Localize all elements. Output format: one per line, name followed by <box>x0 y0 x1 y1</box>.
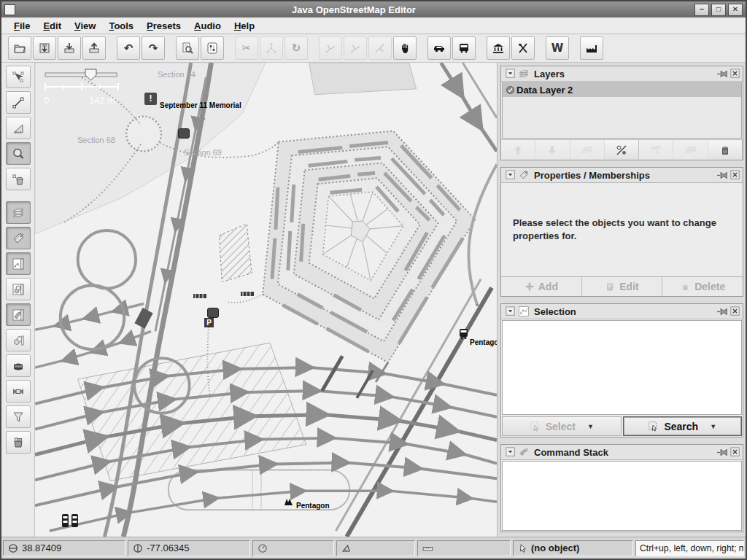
layers-panel-header: Layers <box>501 66 743 82</box>
restaurant-button[interactable] <box>511 36 535 60</box>
layer-row[interactable]: Data Layer 2 <box>503 83 741 97</box>
search-button[interactable] <box>176 36 199 60</box>
changesets-toggle-button[interactable] <box>6 431 31 454</box>
draw-mode-button[interactable] <box>6 91 31 114</box>
undo-button[interactable]: ↶ <box>117 36 140 60</box>
maximize-button[interactable]: □ <box>711 4 726 16</box>
open-button[interactable] <box>8 36 31 60</box>
upload-button[interactable] <box>82 36 106 60</box>
properties-buttons: Add Edit Delete <box>501 276 743 296</box>
conflicts-toggle-button[interactable] <box>6 380 31 402</box>
latitude-icon <box>7 542 19 554</box>
split-way-button[interactable]: ✂ <box>235 36 258 60</box>
zoom-mode-button[interactable] <box>6 142 31 165</box>
edit-icon <box>605 281 616 292</box>
command-stack-toggle-button[interactable] <box>6 303 31 326</box>
zoom-slider[interactable] <box>44 69 120 82</box>
save-button[interactable] <box>33 36 56 60</box>
delete-button[interactable]: Delete <box>662 277 743 296</box>
longitude-value: -77.06345 <box>147 542 190 553</box>
command-stack-panel-title: Command Stack <box>534 447 715 458</box>
unglue-b-button[interactable] <box>344 36 367 60</box>
layers-icon <box>518 68 530 79</box>
layer-opacity-button[interactable] <box>605 140 639 160</box>
castle-button[interactable]: W <box>546 36 569 60</box>
layer-move-up-button[interactable] <box>501 140 535 160</box>
selection-pin-icon[interactable] <box>717 307 728 316</box>
bus-stop-icon <box>459 328 468 340</box>
preferences-button[interactable] <box>201 36 224 60</box>
relations-toggle-button[interactable] <box>6 329 31 351</box>
close-button[interactable]: ✕ <box>728 4 743 16</box>
delete-mode-button[interactable] <box>6 168 31 190</box>
selection-collapse-button[interactable] <box>506 306 516 316</box>
search-cursor-icon <box>648 421 659 432</box>
latitude-field: 38.87409 <box>3 540 125 556</box>
hand-button[interactable] <box>393 36 417 60</box>
unglue-c-button[interactable] <box>368 36 392 60</box>
layers-toggle-button[interactable] <box>6 201 31 224</box>
select-mode-button[interactable] <box>6 66 31 88</box>
filter-toggle-button[interactable] <box>6 405 31 428</box>
museum-button[interactable] <box>487 36 510 60</box>
combine-way-button[interactable] <box>260 36 283 60</box>
search-caret-icon: ▼ <box>710 423 716 430</box>
layer-merge-button[interactable] <box>570 140 605 160</box>
unglue-a-button[interactable] <box>319 36 342 60</box>
layers-panel-title: Layers <box>534 69 715 79</box>
window-title: Java OpenStreetMap Editor <box>15 4 692 15</box>
selection-toggle-button[interactable] <box>6 252 31 275</box>
command-stack-collapse-button[interactable] <box>506 447 516 457</box>
layer-merge-down-button[interactable] <box>639 140 673 160</box>
select-caret-icon: ▼ <box>587 423 594 430</box>
properties-close-icon[interactable] <box>730 170 740 180</box>
command-stack-close-icon[interactable] <box>730 447 740 457</box>
layer-move-down-button[interactable] <box>535 140 570 160</box>
selection-buttons: Select ▼ Search ▼ <box>501 416 743 437</box>
map-canvas[interactable]: 0 142 m Section 64 Section 68 Section 69… <box>35 63 497 537</box>
command-stack-pin-icon[interactable] <box>717 448 728 457</box>
selection-close-icon[interactable] <box>730 306 740 316</box>
properties-panel-header: Properties / Memberships <box>501 168 743 183</box>
search-button[interactable]: Search ▼ <box>623 416 743 436</box>
command-stack-list[interactable] <box>502 461 742 531</box>
add-button[interactable]: Add <box>501 277 582 296</box>
properties-panel: Properties / Memberships Please select t… <box>500 167 743 297</box>
layer-delete-button[interactable] <box>708 140 743 160</box>
notes-toggle-button[interactable] <box>6 354 31 377</box>
bus-button[interactable] <box>452 36 476 60</box>
download-button[interactable] <box>58 36 81 60</box>
menu-file[interactable]: File <box>7 19 36 33</box>
properties-pin-icon[interactable] <box>717 171 728 180</box>
menu-tools[interactable]: Tools <box>102 19 140 33</box>
command-stack-panel-header: Command Stack <box>501 445 743 460</box>
relation-editor-toggle-button[interactable] <box>6 278 31 300</box>
label-memorial: September 11 Memorial <box>160 101 241 109</box>
command-stack-icon <box>518 446 530 458</box>
selection-list[interactable] <box>502 320 742 415</box>
factory-button[interactable] <box>580 36 603 60</box>
car-button[interactable] <box>427 36 451 60</box>
menu-help[interactable]: Help <box>228 19 261 33</box>
tv-icon <box>178 128 190 139</box>
layers-collapse-button[interactable] <box>506 69 516 79</box>
minimize-button[interactable]: – <box>694 4 709 16</box>
menu-presets[interactable]: Presets <box>140 19 187 33</box>
layers-list[interactable]: Data Layer 2 <box>502 82 742 139</box>
menu-view[interactable]: View <box>68 19 102 33</box>
select-button[interactable]: Select ▼ <box>502 416 622 436</box>
label-bus-stop: Pentagon <box>470 338 497 346</box>
layers-pin-icon[interactable] <box>717 69 728 79</box>
properties-toggle-button[interactable] <box>6 227 31 249</box>
layers-close-icon[interactable] <box>730 69 740 79</box>
properties-collapse-button[interactable] <box>506 170 516 180</box>
layer-duplicate-button[interactable] <box>673 140 708 160</box>
update-data-button[interactable]: ↻ <box>285 36 308 60</box>
status-help-text: Ctrl+up, left, down, right; move zoom wi… <box>635 540 744 556</box>
redo-button[interactable]: ↷ <box>142 36 165 60</box>
menu-edit[interactable]: Edit <box>36 19 68 33</box>
measure-mode-button[interactable] <box>6 117 31 139</box>
app-icon <box>4 4 15 15</box>
menu-audio[interactable]: Audio <box>187 19 228 33</box>
edit-button[interactable]: Edit <box>582 277 663 296</box>
